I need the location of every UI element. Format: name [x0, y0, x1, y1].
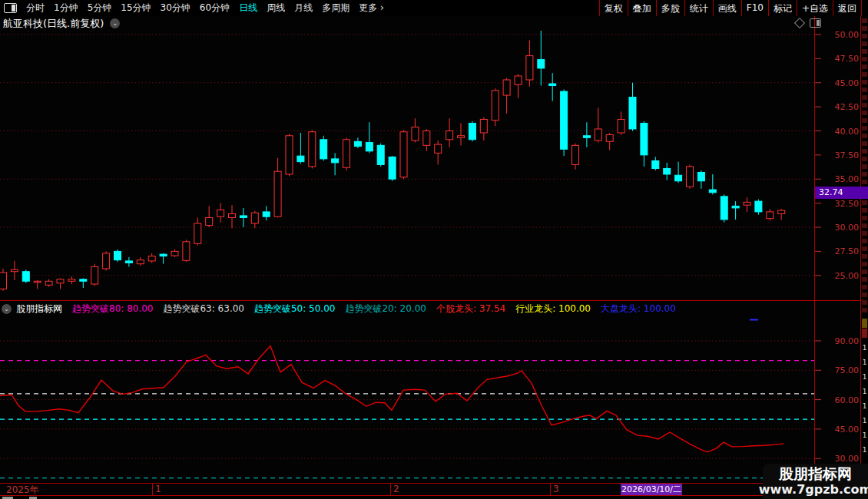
price-axis-label: 32.50	[820, 199, 859, 209]
last-price-tag: 32.74	[815, 187, 868, 199]
price-axis-label: 37.50	[820, 150, 859, 160]
menu-item-6[interactable]: 60分钟	[200, 2, 230, 15]
month-label-3: 3	[553, 484, 559, 494]
vertical-text-strip	[862, 200, 867, 316]
indicator-header: ⌄ 股朋指标网趋势突破80: 80.00趋势突破63: 63.00趋势突破50:…	[0, 302, 859, 316]
menu-item-1[interactable]: 分时	[26, 2, 45, 15]
top-toolbar: 分时1分钟5分钟15分钟30分钟60分钟日线周线月线多周期更多 › 复权叠加多股…	[0, 0, 868, 16]
vertical-text-strip	[862, 18, 867, 190]
menu-item-10[interactable]: 多周期	[322, 2, 350, 15]
indicator-value-1: 股朋指标网	[16, 302, 62, 316]
strip-indicator-cell	[862, 329, 867, 338]
diamond-icon[interactable]	[794, 18, 805, 28]
toolbar-buttons: 复权叠加多股统计画线F10标记+自选返回	[599, 0, 862, 16]
toolbar-button-6[interactable]: F10	[741, 0, 768, 16]
menu-item-2[interactable]: 1分钟	[54, 2, 78, 15]
indicator-chart-area[interactable]	[0, 318, 814, 483]
date-axis: 2025年 123 2026/03/10/二	[0, 484, 868, 495]
menu-item-11[interactable]: 更多 ›	[359, 2, 384, 15]
indicator-value-6: 个股龙头: 37.54	[436, 302, 505, 316]
toolbar-button-8[interactable]: +自选	[797, 0, 833, 16]
watermark: 股朋指标网 www.7gpzb.com	[763, 464, 868, 499]
right-side-strip[interactable]: 11111111	[861, 16, 868, 499]
strip-digits: 11111111	[861, 341, 868, 458]
price-axis-label: 30.00	[820, 223, 859, 233]
indicator-value-2: 趋势突破80: 80.00	[72, 302, 153, 316]
toolbar-menu: 分时1分钟5分钟15分钟30分钟60分钟日线周线月线多周期更多 ›	[26, 2, 393, 15]
month-label-2: 2	[393, 484, 399, 494]
price-axis-label: 35.00	[820, 174, 859, 184]
indicator-axis-label: 30.00	[820, 454, 859, 464]
title-bar: 航亚科技(日线.前复权) ⌄	[0, 16, 868, 31]
indicator-value-4: 趋势突破50: 50.00	[254, 302, 335, 316]
bottom-cut-row	[0, 496, 868, 499]
main-chart-area[interactable]	[0, 31, 814, 300]
toolbar-button-3[interactable]: 多股	[656, 0, 684, 16]
indicator-axis-label: 75.00	[820, 365, 859, 375]
indicator-value-8: 大盘龙头: 100.00	[601, 302, 676, 316]
menu-item-3[interactable]: 5分钟	[88, 2, 112, 15]
menu-item-8[interactable]: 周线	[267, 2, 285, 15]
app-window: 分时1分钟5分钟15分钟30分钟60分钟日线周线月线多周期更多 › 复权叠加多股…	[0, 0, 868, 499]
year-label: 2025年	[6, 484, 39, 497]
toolbar-button-7[interactable]: 标记	[768, 0, 797, 16]
toolbar-button-9[interactable]: 返回	[833, 0, 862, 16]
menu-item-4[interactable]: 15分钟	[121, 2, 151, 15]
toolbar-button-5[interactable]: 画线	[713, 0, 741, 16]
price-axis-label: 47.50	[820, 54, 859, 64]
layout-toggle-icon[interactable]	[4, 3, 17, 13]
toolbar-button-4[interactable]: 统计	[684, 0, 713, 16]
toolbar-button-1[interactable]: 复权	[599, 0, 628, 16]
chart-title: 航亚科技(日线.前复权)	[3, 17, 104, 31]
window-split-icon[interactable]	[810, 18, 821, 28]
menu-item-9[interactable]: 月线	[294, 2, 313, 15]
indicator-values: 股朋指标网趋势突破80: 80.00趋势突破63: 63.00趋势突破50: 5…	[16, 302, 686, 316]
watermark-site-name: 股朋指标网	[779, 466, 852, 482]
price-axis-label: 42.50	[820, 102, 859, 112]
indicator-axis-label: 90.00	[820, 336, 859, 346]
watermark-url: www.7gpzb.com	[759, 482, 868, 497]
current-date-tag: 2026/03/10/二	[621, 484, 682, 495]
price-axis-label: 25.00	[820, 271, 859, 281]
price-axis-label: 50.00	[820, 30, 859, 40]
strip-indicator-cell	[862, 319, 867, 328]
chevron-down-icon[interactable]: ⌄	[110, 18, 120, 28]
price-axis-label: 40.00	[820, 127, 859, 137]
menu-item-5[interactable]: 30分钟	[161, 2, 190, 15]
month-label-1: 1	[155, 484, 161, 494]
menu-item-7[interactable]: 日线	[239, 2, 257, 15]
price-axis-label: 45.00	[820, 78, 859, 88]
indicator-value-3: 趋势突破63: 63.00	[163, 302, 244, 316]
toolbar-button-2[interactable]: 叠加	[628, 0, 656, 16]
indicator-axis-label: 45.00	[820, 425, 859, 435]
price-axis-label: 27.50	[820, 246, 859, 256]
indicator-value-7: 行业龙头: 100.00	[515, 302, 591, 316]
collapse-icon[interactable]: ⌄	[2, 304, 12, 314]
indicator-axis-label: 60.00	[820, 395, 859, 405]
indicator-value-5: 趋势突破20: 20.00	[345, 302, 426, 316]
